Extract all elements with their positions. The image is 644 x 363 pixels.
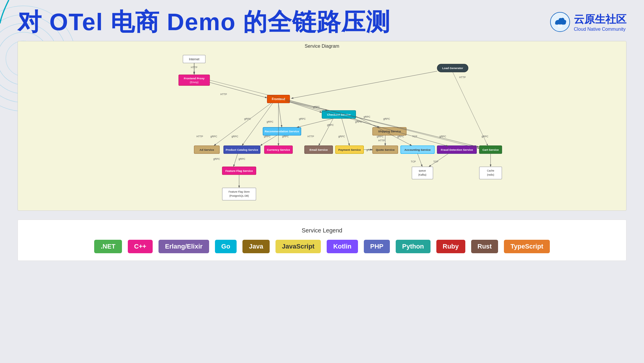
- svg-text:Recommendation Service: Recommendation Service: [265, 130, 299, 133]
- svg-text:gRPC: gRPC: [364, 115, 370, 118]
- legend-items: .NETC++Erlang/ElixirGoJavaJavaScriptKotl…: [30, 240, 614, 253]
- svg-line-99: [233, 154, 237, 167]
- diagram-svg: Internet HTTP Frontend Proxy (Envoy) Loa…: [24, 50, 620, 208]
- logo-text: 云原生社区 Cloud Native Community: [574, 12, 626, 32]
- svg-text:Accounting Service: Accounting Service: [404, 148, 431, 151]
- svg-text:gRPC: gRPC: [282, 135, 289, 138]
- svg-text:(Envoy): (Envoy): [190, 81, 199, 84]
- svg-text:gRPC: gRPC: [440, 135, 446, 138]
- svg-rect-74: [412, 167, 433, 179]
- svg-text:gRPC: gRPC: [232, 135, 238, 138]
- svg-text:gRPC: gRPC: [244, 117, 251, 120]
- svg-text:Shipping Service: Shipping Service: [378, 130, 401, 133]
- svg-text:gRPC: gRPC: [299, 117, 306, 120]
- svg-line-94: [418, 154, 422, 167]
- svg-text:Checkout Service: Checkout Service: [327, 113, 351, 116]
- svg-text:gRPC: gRPC: [213, 157, 220, 160]
- svg-text:Quote Service: Quote Service: [376, 148, 395, 151]
- svg-text:TCP: TCP: [433, 160, 438, 163]
- svg-text:HTTP: HTTP: [459, 76, 466, 79]
- page-title: 对 OTel 电商 Demo 的全链路压测: [18, 9, 390, 35]
- svg-text:Currency Service: Currency Service: [267, 148, 290, 151]
- svg-text:gRPC: gRPC: [397, 135, 404, 138]
- legend-badge-rust: Rust: [471, 240, 498, 253]
- svg-line-90: [342, 119, 349, 146]
- svg-text:(Kafka): (Kafka): [418, 174, 426, 177]
- svg-text:Cache: Cache: [487, 169, 494, 172]
- legend-badge-typescript: TypeScript: [504, 240, 550, 253]
- diagram-title: Service Diagram: [305, 44, 339, 49]
- legend-badge--net: .NET: [94, 240, 122, 253]
- svg-line-87: [242, 103, 273, 146]
- legend-badge-php: PHP: [364, 240, 390, 253]
- svg-text:queue: queue: [419, 169, 426, 172]
- svg-line-102: [210, 80, 479, 148]
- svg-line-31: [278, 103, 282, 128]
- logo-area: 云原生社区 Cloud Native Community: [550, 12, 626, 32]
- svg-line-103: [453, 72, 488, 146]
- svg-text:gRPC: gRPC: [482, 135, 488, 138]
- svg-text:Internet: Internet: [189, 57, 199, 61]
- service-diagram: Service Diagram Internet HTTP Frontend P…: [18, 41, 626, 211]
- svg-text:Feature Flag Service: Feature Flag Service: [225, 169, 253, 172]
- logo-cn-text: 云原生社区: [574, 12, 626, 27]
- svg-text:HTTP: HTTP: [220, 93, 227, 96]
- svg-text:Email Service: Email Service: [309, 148, 328, 151]
- legend-badge-c--: C++: [128, 240, 153, 253]
- svg-text:gRPC: gRPC: [327, 124, 334, 127]
- svg-text:HTTP: HTTP: [197, 135, 203, 138]
- legend-badge-kotlin: Kotlin: [327, 240, 358, 253]
- svg-text:gRPC: gRPC: [267, 120, 273, 123]
- svg-line-89: [318, 119, 333, 146]
- svg-text:gRPC: gRPC: [264, 135, 271, 138]
- svg-text:gRPC: gRPC: [355, 120, 362, 123]
- svg-line-98: [288, 101, 449, 146]
- svg-text:gRPC: gRPC: [239, 157, 245, 160]
- legend-title: Service Legend: [30, 227, 614, 234]
- svg-text:Feature Flag Store: Feature Flag Store: [229, 190, 250, 193]
- header: 对 OTel 电商 Demo 的全链路压测 云原生社区 Cloud Native…: [0, 0, 644, 41]
- legend-badge-ruby: Ruby: [436, 240, 465, 253]
- content-area: Service Diagram Internet HTTP Frontend P…: [0, 41, 644, 261]
- svg-text:Product Catalog Service: Product Catalog Service: [226, 148, 258, 151]
- svg-text:(redis): (redis): [487, 174, 494, 177]
- svg-text:Load Generator: Load Generator: [442, 67, 463, 70]
- legend-badge-java: Java: [242, 240, 270, 253]
- svg-rect-70: [222, 188, 256, 200]
- svg-line-95: [429, 154, 448, 167]
- svg-text:gRPC: gRPC: [383, 117, 390, 120]
- legend-section: Service Legend .NETC++Erlang/ElixirGoJav…: [18, 220, 626, 261]
- svg-text:TCP: TCP: [411, 160, 416, 163]
- svg-text:Fraud Detection Service: Fraud Detection Service: [441, 148, 473, 151]
- legend-badge-javascript: JavaScript: [275, 240, 321, 253]
- svg-text:Payment Service: Payment Service: [338, 148, 361, 151]
- svg-text:Ad Service: Ad Service: [199, 148, 214, 151]
- svg-text:gRPC: gRPC: [211, 135, 217, 138]
- svg-line-22: [210, 83, 267, 98]
- svg-text:HTTP: HTTP: [378, 139, 385, 142]
- legend-badge-erlang-elixir: Erlang/Elixir: [159, 240, 209, 253]
- svg-rect-79: [479, 167, 502, 179]
- svg-line-23: [291, 71, 437, 98]
- logo-icon: [550, 12, 570, 32]
- logo-en-text: Cloud Native Community: [574, 27, 626, 32]
- legend-badge-python: Python: [396, 240, 431, 253]
- svg-text:(PostgreSQL DB): (PostgreSQL DB): [229, 195, 249, 198]
- legend-badge-go: Go: [215, 240, 237, 253]
- svg-text:Cart Service: Cart Service: [482, 148, 499, 151]
- svg-text:gRPC: gRPC: [366, 148, 373, 151]
- svg-text:Frontend: Frontend: [272, 97, 285, 101]
- svg-text:Frontend Proxy: Frontend Proxy: [184, 77, 205, 80]
- svg-text:HTTP: HTTP: [307, 135, 314, 138]
- svg-line-86: [214, 103, 271, 146]
- svg-text:gRPC: gRPC: [338, 135, 345, 138]
- svg-text:gRPC: gRPC: [377, 135, 383, 138]
